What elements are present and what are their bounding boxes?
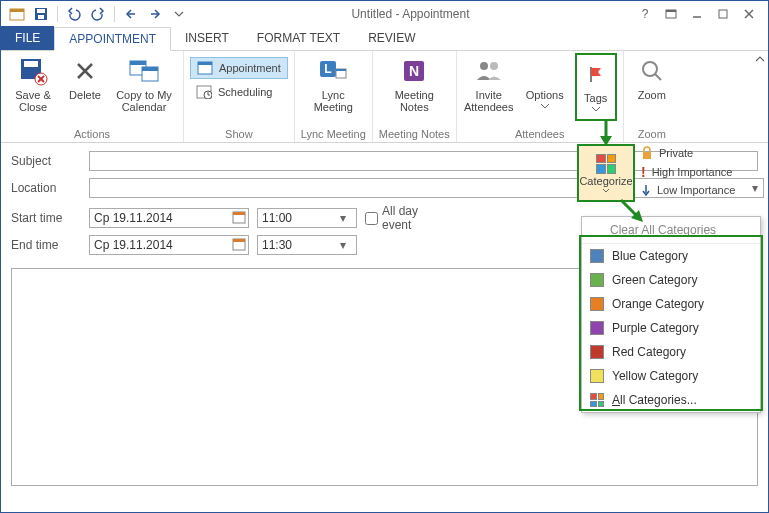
attendees-icon — [473, 55, 505, 87]
svg-rect-8 — [719, 10, 727, 18]
maximize-icon[interactable] — [710, 3, 736, 25]
tab-appointment[interactable]: APPOINTMENT — [54, 27, 171, 51]
svg-point-35 — [490, 62, 498, 70]
lync-icon: L — [317, 55, 349, 87]
group-show: Appointment Scheduling Show — [184, 51, 295, 142]
private-button[interactable]: Private — [641, 146, 735, 160]
group-notes: N Meeting Notes Meeting Notes — [373, 51, 457, 142]
svg-rect-42 — [233, 239, 245, 242]
end-date-input[interactable] — [89, 235, 249, 255]
svg-rect-4 — [38, 15, 44, 19]
collapse-ribbon-icon[interactable] — [754, 53, 766, 65]
calendar-icon — [197, 61, 213, 75]
group-label-zoom: Zoom — [638, 128, 666, 142]
start-label: Start time — [11, 211, 81, 225]
appointment-view-button[interactable]: Appointment — [190, 57, 288, 79]
tab-insert[interactable]: INSERT — [171, 26, 243, 50]
category-orange[interactable]: Orange Category — [582, 292, 760, 316]
svg-point-37 — [643, 62, 657, 76]
group-label-show: Show — [225, 128, 253, 142]
tab-file[interactable]: FILE — [1, 26, 54, 50]
svg-text:N: N — [409, 63, 419, 79]
save-close-button[interactable]: Save & Close — [7, 53, 59, 121]
flag-icon — [580, 58, 612, 90]
clear-categories-item[interactable]: Clear All Categories — [582, 217, 760, 244]
delete-icon — [69, 55, 101, 87]
end-label: End time — [11, 238, 81, 252]
svg-rect-3 — [37, 9, 45, 13]
zoom-button[interactable]: Zoom — [630, 53, 674, 121]
chevron-down-icon[interactable]: ▾ — [340, 238, 354, 252]
tab-format-text[interactable]: FORMAT TEXT — [243, 26, 354, 50]
save-close-icon — [17, 55, 49, 87]
arrow-down-icon — [641, 184, 651, 196]
zoom-icon — [636, 55, 668, 87]
location-label: Location — [11, 181, 81, 195]
category-purple[interactable]: Purple Category — [582, 316, 760, 340]
help-icon[interactable]: ? — [632, 3, 658, 25]
chevron-down-icon — [602, 188, 610, 193]
next-item-icon[interactable] — [145, 4, 165, 24]
group-zoom: Zoom Zoom — [624, 51, 680, 142]
invite-attendees-button[interactable]: Invite Attendees — [463, 53, 515, 121]
lync-meeting-button[interactable]: L Lync Meeting — [307, 53, 359, 121]
app-icon — [7, 4, 27, 24]
category-yellow[interactable]: Yellow Category — [582, 364, 760, 388]
low-importance-button[interactable]: Low Importance — [641, 184, 735, 196]
categorize-menu: Clear All Categories Blue Category Green… — [581, 216, 761, 413]
calendar-picker-icon[interactable] — [232, 237, 246, 251]
group-lync: L Lync Meeting Lync Meeting — [295, 51, 373, 142]
category-red[interactable]: Red Category — [582, 340, 760, 364]
tab-review[interactable]: REVIEW — [354, 26, 429, 50]
group-label-actions: Actions — [74, 128, 110, 142]
tags-highlight: Tags — [575, 53, 617, 121]
categorize-button[interactable]: Categorize — [581, 148, 631, 198]
tags-panel: Categorize Private ! High Importance Low… — [577, 144, 761, 202]
minimize-icon[interactable] — [684, 3, 710, 25]
group-label-notes: Meeting Notes — [379, 128, 450, 142]
group-actions: Save & Close Delete Copy to My Calendar … — [1, 51, 184, 142]
prev-item-icon[interactable] — [121, 4, 141, 24]
undo-icon[interactable] — [64, 4, 84, 24]
svg-rect-19 — [130, 61, 146, 65]
svg-point-34 — [480, 62, 488, 70]
all-day-checkbox[interactable]: All day event — [365, 204, 435, 232]
copy-calendar-button[interactable]: Copy to My Calendar — [111, 53, 177, 121]
categorize-icon — [596, 154, 616, 174]
category-blue[interactable]: Blue Category — [582, 244, 760, 268]
close-icon[interactable] — [736, 3, 762, 25]
svg-rect-23 — [198, 62, 212, 65]
group-label-attendees: Attendees — [515, 128, 565, 142]
all-categories-item[interactable]: All Categories... — [582, 388, 760, 412]
chevron-down-icon — [591, 106, 601, 112]
options-icon — [529, 55, 561, 87]
window-title: Untitled - Appointment — [193, 7, 628, 21]
options-button[interactable]: Options — [521, 53, 569, 121]
start-date-input[interactable] — [89, 208, 249, 228]
delete-button[interactable]: Delete — [65, 53, 105, 121]
categorize-highlight: Categorize — [577, 144, 635, 202]
svg-rect-12 — [24, 61, 38, 67]
redo-icon[interactable] — [88, 4, 108, 24]
group-label-lync: Lync Meeting — [301, 128, 366, 142]
svg-text:L: L — [325, 62, 332, 76]
high-importance-button[interactable]: ! High Importance — [641, 164, 735, 180]
svg-rect-1 — [10, 9, 24, 12]
qat-customize-icon[interactable] — [169, 4, 189, 24]
onenote-icon: N — [398, 55, 430, 87]
meeting-notes-button[interactable]: N Meeting Notes — [384, 53, 444, 121]
save-icon[interactable] — [31, 4, 51, 24]
ribbon: Save & Close Delete Copy to My Calendar … — [1, 51, 768, 143]
ribbon-display-icon[interactable] — [658, 3, 684, 25]
svg-rect-43 — [643, 152, 651, 159]
quick-access-toolbar: Untitled - Appointment ? — [1, 1, 768, 27]
chevron-down-icon[interactable]: ▾ — [340, 211, 354, 225]
scheduling-icon — [196, 85, 212, 99]
calendar-picker-icon[interactable] — [232, 210, 246, 224]
tags-button[interactable]: Tags — [578, 56, 614, 118]
svg-rect-21 — [142, 67, 158, 71]
category-green[interactable]: Green Category — [582, 268, 760, 292]
copy-calendar-icon — [128, 55, 160, 87]
lock-icon — [641, 146, 653, 160]
scheduling-button[interactable]: Scheduling — [190, 81, 288, 103]
